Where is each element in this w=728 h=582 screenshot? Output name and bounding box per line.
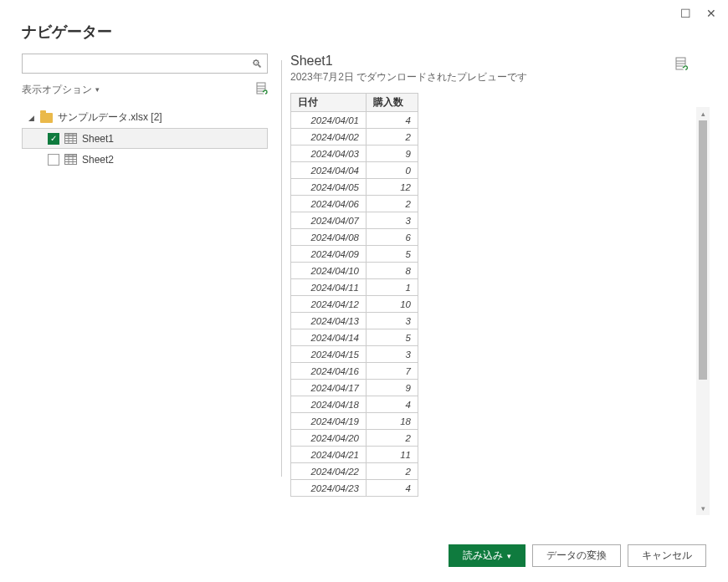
- cell-count: 18: [367, 413, 418, 430]
- tree-sheet-label: Sheet2: [82, 154, 114, 166]
- svg-rect-7: [65, 134, 77, 136]
- cell-date: 2024/04/07: [291, 212, 367, 229]
- transform-data-button[interactable]: データの変換: [532, 544, 621, 567]
- column-header[interactable]: 日付: [291, 94, 367, 112]
- cell-date: 2024/04/05: [291, 179, 367, 196]
- table-row[interactable]: 2024/04/202: [291, 430, 418, 447]
- cell-count: 0: [367, 162, 418, 179]
- chevron-down-icon: ◢: [28, 114, 35, 122]
- table-row[interactable]: 2024/04/111: [291, 279, 418, 296]
- cell-count: 3: [367, 313, 418, 329]
- cell-count: 4: [367, 480, 418, 497]
- table-row[interactable]: 2024/04/0512: [291, 179, 418, 196]
- svg-rect-13: [65, 155, 77, 157]
- table-row[interactable]: 2024/04/039: [291, 146, 418, 162]
- display-options-label: 表示オプション: [22, 83, 92, 97]
- cell-count: 7: [367, 363, 418, 380]
- table-row[interactable]: 2024/04/022: [291, 129, 418, 146]
- cancel-button[interactable]: キャンセル: [628, 544, 706, 567]
- cell-date: 2024/04/19: [291, 413, 367, 430]
- cell-count: 2: [367, 196, 418, 212]
- navigator-panel: 🔍︎ 表示オプション ▾ ◢: [22, 54, 281, 530]
- cell-date: 2024/04/03: [291, 146, 367, 162]
- cell-count: 9: [367, 380, 418, 396]
- cell-date: 2024/04/08: [291, 229, 367, 246]
- preview-title: Sheet1: [290, 54, 527, 69]
- table-row[interactable]: 2024/04/167: [291, 363, 418, 380]
- cell-count: 10: [367, 296, 418, 313]
- maximize-icon[interactable]: ☐: [680, 7, 691, 20]
- table-row[interactable]: 2024/04/040: [291, 162, 418, 179]
- load-button[interactable]: 読み込み: [449, 544, 525, 567]
- cell-date: 2024/04/22: [291, 463, 367, 480]
- refresh-preview-icon[interactable]: [675, 57, 688, 70]
- cell-date: 2024/04/10: [291, 263, 367, 279]
- column-header[interactable]: 購入数: [367, 94, 418, 112]
- cell-date: 2024/04/23: [291, 480, 367, 497]
- cell-date: 2024/04/14: [291, 329, 367, 346]
- sheet-checkbox[interactable]: ✓: [48, 133, 59, 145]
- cell-count: 4: [367, 396, 418, 413]
- cell-count: 6: [367, 229, 418, 246]
- panel-divider: [281, 60, 282, 477]
- cell-date: 2024/04/21: [291, 447, 367, 463]
- table-row[interactable]: 2024/04/086: [291, 229, 418, 246]
- table-row[interactable]: 2024/04/222: [291, 463, 418, 480]
- cell-date: 2024/04/09: [291, 246, 367, 263]
- cell-date: 2024/04/01: [291, 112, 367, 129]
- table-row[interactable]: 2024/04/153: [291, 346, 418, 363]
- cell-date: 2024/04/04: [291, 162, 367, 179]
- close-icon[interactable]: ✕: [706, 7, 716, 20]
- cell-count: 2: [367, 463, 418, 480]
- cell-count: 5: [367, 329, 418, 346]
- cell-date: 2024/04/12: [291, 296, 367, 313]
- table-icon: [64, 154, 77, 165]
- cell-count: 4: [367, 112, 418, 129]
- table-row[interactable]: 2024/04/062: [291, 196, 418, 212]
- sheet-checkbox[interactable]: [48, 154, 59, 166]
- table-row[interactable]: 2024/04/014: [291, 112, 418, 129]
- table-row[interactable]: 2024/04/184: [291, 396, 418, 413]
- table-row[interactable]: 2024/04/2111: [291, 447, 418, 463]
- cell-count: 3: [367, 212, 418, 229]
- chevron-down-icon: ▾: [95, 85, 100, 94]
- cell-count: 12: [367, 179, 418, 196]
- table-row[interactable]: 2024/04/133: [291, 313, 418, 329]
- folder-icon: [40, 113, 53, 123]
- scroll-down-arrow-icon[interactable]: ▾: [696, 502, 710, 515]
- tree-file-node[interactable]: ◢ サンプルデータ.xlsx [2]: [22, 107, 268, 128]
- cell-date: 2024/04/11: [291, 279, 367, 296]
- tree-sheet-item[interactable]: ✓Sheet1: [22, 128, 268, 149]
- cell-date: 2024/04/15: [291, 346, 367, 363]
- display-options-dropdown[interactable]: 表示オプション ▾: [22, 83, 100, 97]
- cell-count: 9: [367, 146, 418, 162]
- cell-count: 2: [367, 430, 418, 447]
- cell-date: 2024/04/16: [291, 363, 367, 380]
- vertical-scrollbar[interactable]: ▴ ▾: [696, 107, 710, 515]
- table-row[interactable]: 2024/04/095: [291, 246, 418, 263]
- table-row[interactable]: 2024/04/1210: [291, 296, 418, 313]
- cell-date: 2024/04/02: [291, 129, 367, 146]
- preview-subtitle: 2023年7月2日 でダウンロードされたプレビューです: [290, 70, 527, 84]
- table-row[interactable]: 2024/04/234: [291, 480, 418, 497]
- scrollbar-thumb[interactable]: [699, 120, 707, 380]
- table-row[interactable]: 2024/04/179: [291, 380, 418, 396]
- source-tree: ◢ サンプルデータ.xlsx [2] ✓Sheet1Sheet2: [22, 107, 268, 170]
- table-row[interactable]: 2024/04/145: [291, 329, 418, 346]
- tree-file-label: サンプルデータ.xlsx [2]: [58, 110, 162, 125]
- scrollbar-track[interactable]: [696, 120, 710, 502]
- cell-date: 2024/04/17: [291, 380, 367, 396]
- table-row[interactable]: 2024/04/108: [291, 263, 418, 279]
- table-icon: [64, 133, 77, 144]
- table-row[interactable]: 2024/04/1918: [291, 413, 418, 430]
- cell-count: 1: [367, 279, 418, 296]
- cell-date: 2024/04/13: [291, 313, 367, 329]
- tree-sheet-item[interactable]: Sheet2: [22, 149, 268, 170]
- search-input[interactable]: [22, 54, 268, 74]
- table-row[interactable]: 2024/04/073: [291, 212, 418, 229]
- tree-sheet-label: Sheet1: [82, 133, 114, 145]
- scroll-up-arrow-icon[interactable]: ▴: [696, 107, 710, 120]
- refresh-list-icon[interactable]: [256, 82, 268, 97]
- cell-count: 5: [367, 246, 418, 263]
- cell-count: 2: [367, 129, 418, 146]
